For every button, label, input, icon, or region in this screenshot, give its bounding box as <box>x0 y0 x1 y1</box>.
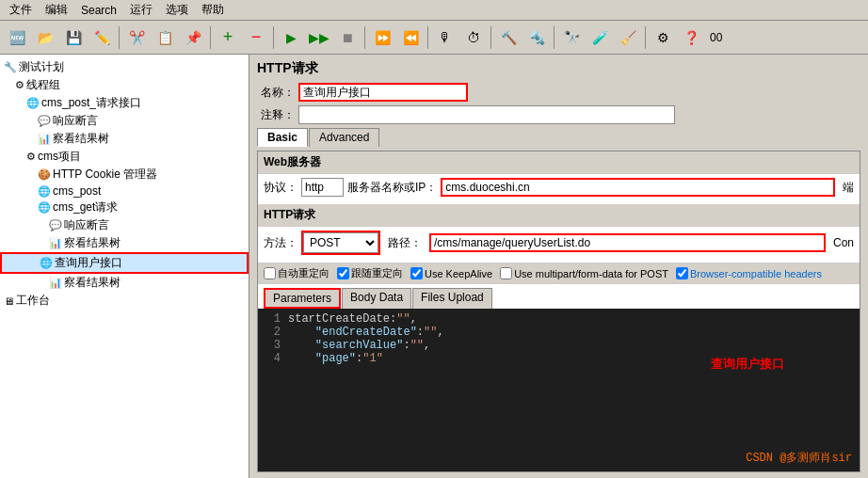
tree-item-8[interactable]: 🌐 cms_get请求 <box>0 199 249 216</box>
toolbar-settings[interactable]: ⚙ <box>650 24 676 51</box>
menu-options[interactable]: 选项 <box>160 0 194 20</box>
cb-browser-headers[interactable]: Browser-compatible headers <box>676 267 822 279</box>
tree-item-4[interactable]: 📊 察看结果树 <box>0 130 249 148</box>
tree-item-5[interactable]: ⚙ cms项目 <box>0 148 249 166</box>
tree-item-10[interactable]: 📊 察看结果树 <box>0 234 249 252</box>
toolbar-paste[interactable]: 📌 <box>180 24 206 51</box>
menu-run[interactable]: 运行 <box>124 0 158 20</box>
tree-item-6[interactable]: 🍪 HTTP Cookie 管理器 <box>0 166 249 183</box>
name-row: 名称： <box>257 83 860 102</box>
toolbar-tools3[interactable]: 🧪 <box>587 24 613 51</box>
tree-icon-7: 🌐 <box>38 185 51 198</box>
tree-icon-10: 📊 <box>49 237 62 249</box>
menu-search[interactable]: Search <box>75 2 122 19</box>
toolbar-cut[interactable]: ✂️ <box>123 24 150 51</box>
toolbar-add[interactable]: + <box>215 24 241 51</box>
tab-advanced[interactable]: Advanced <box>309 128 379 147</box>
cb-browser-headers-input[interactable] <box>676 267 688 279</box>
path-input[interactable] <box>429 233 826 252</box>
name-input[interactable] <box>298 83 468 102</box>
toolbar-edit[interactable]: ✏️ <box>88 24 115 51</box>
method-label: 方法： <box>264 235 297 251</box>
toolbar-run[interactable]: ▶ <box>278 24 304 51</box>
toolbar-tools4[interactable]: 🧹 <box>615 24 641 51</box>
toolbar-sep3 <box>273 26 274 49</box>
code-line-2: 2 "endCreateDate":"", <box>262 326 856 339</box>
tree-item-1[interactable]: ⚙ 线程组 <box>0 76 249 94</box>
inner-tabs-bar: Parameters Body Data Files Upload <box>258 284 860 309</box>
http-panel: HTTP请求 名称： 注释： Basic Advanced Web服务器 <box>249 55 868 478</box>
toolbar-tools2[interactable]: 🔩 <box>523 24 550 51</box>
tab-content: Web服务器 协议： 服务器名称或IP： 端 HTTP请求 方法： <box>257 151 860 472</box>
tree-item-9[interactable]: 💬 响应断言 <box>0 216 249 234</box>
tree-icon-1: ⚙ <box>15 79 24 91</box>
tree-label-1: 线程组 <box>26 77 60 93</box>
toolbar-stop[interactable]: ⏹ <box>334 24 361 51</box>
toolbar-sep5 <box>427 26 428 49</box>
inner-tab-params[interactable]: Parameters <box>264 288 341 309</box>
watermark: CSDN @多测师肖sir <box>746 450 852 466</box>
toolbar-timer[interactable]: ⏱ <box>460 24 487 51</box>
tree-label-7: cms_post <box>53 184 101 198</box>
tree-item-2[interactable]: 🌐 cms_post_请求接口 <box>0 94 249 112</box>
toolbar-open[interactable]: 📂 <box>32 24 58 51</box>
tree-item-11[interactable]: 🌐 查询用户接口 <box>0 252 249 274</box>
toolbar-help[interactable]: ❓ <box>678 24 704 51</box>
toolbar-remove[interactable]: − <box>243 24 269 51</box>
menu-edit[interactable]: 编辑 <box>40 0 73 20</box>
cb-auto-redirect[interactable]: 自动重定向 <box>264 266 330 280</box>
content-encoding: Con <box>833 236 854 249</box>
toolbar-binoculars[interactable]: 🔭 <box>558 24 585 51</box>
toolbar-new[interactable]: 🆕 <box>4 24 30 51</box>
protocol-input[interactable] <box>301 178 344 197</box>
toolbar-save[interactable]: 💾 <box>60 24 87 51</box>
tree-icon-9: 💬 <box>49 219 62 231</box>
tree-item-3[interactable]: 💬 响应断言 <box>0 112 249 130</box>
menu-help[interactable]: 帮助 <box>196 0 230 20</box>
code-text-1: startCreateDate:"", <box>288 312 417 326</box>
method-select[interactable]: POST GET PUT DELETE <box>303 232 378 253</box>
cb-keepalive-input[interactable] <box>410 267 423 279</box>
tabs-bar: Basic Advanced <box>257 128 860 147</box>
toolbar-tools1[interactable]: 🔨 <box>495 24 522 51</box>
menu-file[interactable]: 文件 <box>4 0 38 20</box>
code-text-4: "page":"1" <box>288 352 383 365</box>
tab-basic[interactable]: Basic <box>257 128 308 147</box>
web-server-title: Web服务器 <box>258 151 860 174</box>
line-num-4: 4 <box>262 352 281 365</box>
tree-item-workbench[interactable]: 🖥 工作台 <box>0 292 249 310</box>
tree-item-7[interactable]: 🌐 cms_post <box>0 183 249 199</box>
cb-multipart-input[interactable] <box>500 267 512 279</box>
inner-tab-body[interactable]: Body Data <box>342 288 411 309</box>
tree-item-12[interactable]: 📊 察看结果树 <box>0 274 249 292</box>
inner-tab-files[interactable]: Files Upload <box>412 288 492 309</box>
toolbar-copy[interactable]: 📋 <box>152 24 178 51</box>
web-server-body: 协议： 服务器名称或IP： 端 <box>258 174 860 204</box>
cb-follow-redirect[interactable]: 跟随重定向 <box>337 266 403 280</box>
tree-item-0[interactable]: 🔧 测试计划 <box>0 58 249 76</box>
toolbar-record[interactable]: 🎙 <box>432 24 458 51</box>
toolbar-step[interactable]: ⏩ <box>369 24 395 51</box>
tree-label-0: 测试计划 <box>19 59 64 75</box>
toolbar-back[interactable]: ⏪ <box>397 24 424 51</box>
cb-follow-redirect-input[interactable] <box>337 267 349 279</box>
code-text-3: "searchValue":"", <box>288 339 430 352</box>
tree-icon-4: 📊 <box>38 133 51 145</box>
tree-icon-2: 🌐 <box>26 97 40 109</box>
tree-icon-3: 💬 <box>38 115 51 127</box>
tree-label-10: 察看结果树 <box>64 235 121 251</box>
comment-label: 注释： <box>257 107 295 123</box>
comment-input[interactable] <box>298 105 675 124</box>
toolbar-run-all[interactable]: ▶▶ <box>306 24 332 51</box>
tree-label-11: 查询用户接口 <box>55 255 122 271</box>
tree-icon-8: 🌐 <box>38 201 51 214</box>
tree-label-3: 响应断言 <box>53 113 98 129</box>
http-request-body: 方法： POST GET PUT DELETE 路径： Con <box>258 227 860 263</box>
tree-label-12: 察看结果树 <box>64 275 121 291</box>
code-area: 1 startCreateDate:"", 2 "endCreateDate":… <box>258 309 860 471</box>
cb-auto-redirect-input[interactable] <box>264 267 276 279</box>
cb-keepalive[interactable]: Use KeepAlive <box>410 267 492 279</box>
checkboxes-row: 自动重定向 跟随重定向 Use KeepAlive Use multipart/… <box>258 263 860 284</box>
cb-multipart[interactable]: Use multipart/form-data for POST <box>500 267 668 279</box>
server-input[interactable] <box>441 178 835 197</box>
